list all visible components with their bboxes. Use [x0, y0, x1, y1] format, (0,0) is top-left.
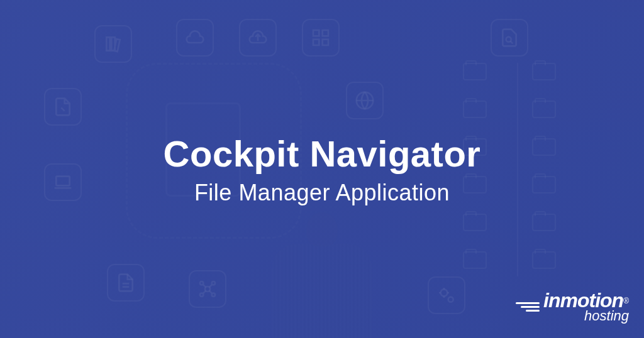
- folder-icon: [463, 214, 487, 231]
- folder-icon: [532, 251, 556, 269]
- laptop-icon: [44, 163, 82, 201]
- banner-subheadline: File Manager Application: [164, 180, 481, 206]
- svg-rect-4: [56, 177, 69, 186]
- logo-tagline: hosting: [543, 309, 629, 323]
- logo-speed-lines-icon: [516, 302, 540, 312]
- folder-icon: [532, 63, 556, 80]
- svg-point-12: [448, 297, 453, 302]
- search-document-icon: [491, 19, 528, 57]
- globe-icon: [346, 82, 384, 119]
- svg-point-8: [212, 281, 215, 285]
- person-silhouette: [265, 212, 379, 338]
- file-icon: [107, 264, 145, 302]
- svg-point-10: [212, 293, 215, 297]
- registered-symbol: ®: [623, 297, 629, 305]
- svg-point-13: [506, 37, 511, 42]
- promo-banner: Cockpit Navigator File Manager Applicati…: [0, 0, 644, 338]
- svg-rect-0: [313, 30, 319, 36]
- document-edit-icon: [44, 88, 82, 126]
- cloud-upload-icon: [239, 19, 277, 57]
- folder-icon: [463, 63, 487, 80]
- folder-icon: [532, 214, 556, 231]
- gears-icon: [428, 276, 465, 314]
- folder-icon: [463, 251, 487, 269]
- logo-text: inmotion® hosting: [543, 290, 629, 323]
- svg-point-9: [200, 293, 203, 297]
- books-icon: [94, 25, 132, 63]
- svg-point-11: [441, 290, 448, 297]
- svg-point-5: [357, 92, 374, 109]
- svg-point-7: [200, 281, 203, 285]
- folder-icon: [532, 138, 556, 156]
- svg-rect-3: [323, 40, 328, 45]
- cloud-icon: [176, 19, 214, 57]
- network-icon: [189, 270, 226, 308]
- folder-icon: [532, 176, 556, 194]
- brand-logo: inmotion® hosting: [516, 290, 629, 323]
- banner-headline: Cockpit Navigator: [164, 133, 481, 175]
- banner-content: Cockpit Navigator File Manager Applicati…: [164, 133, 481, 206]
- folder-icon: [463, 101, 487, 118]
- svg-rect-1: [323, 30, 328, 36]
- grid-icon: [302, 19, 340, 57]
- folder-icon: [532, 101, 556, 118]
- svg-rect-2: [313, 40, 319, 45]
- svg-point-6: [205, 286, 210, 292]
